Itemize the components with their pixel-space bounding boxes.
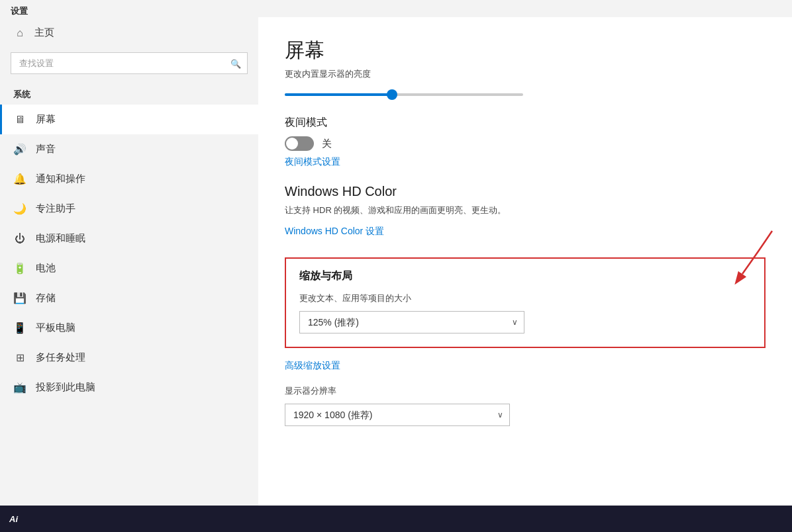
scale-section-outer: 缩放与布局 更改文本、应用等项目的大小 100% 125% (推荐) 150% … [285,257,766,348]
sidebar-section-label: 系统 [0,83,258,105]
night-mode-label: 夜间模式 [285,116,766,130]
brightness-track [285,93,523,96]
toggle-row: 关 [285,136,766,151]
taskbar-ai-button[interactable]: Ai [3,511,25,527]
content-area: 屏幕 更改内置显示器的亮度 夜间模式 关 夜间模式设置 Windows HD C… [258,17,792,506]
sidebar-home[interactable]: ⌂ 主页 [0,17,258,48]
taskbar: Ai [0,506,792,532]
sidebar-item-label-notification: 通知和操作 [36,173,85,185]
notification-icon: 🔔 [13,173,26,185]
sidebar-item-label-battery: 电池 [36,262,56,275]
sidebar-item-screen[interactable]: 🖥 屏幕 [0,105,258,134]
title-bar: 设置 [0,0,792,17]
sidebar-item-storage[interactable]: 💾 存储 [0,283,258,313]
resolution-section: 显示器分辨率 1920 × 1080 (推荐) 1280 × 720 1366 … [285,385,766,426]
resolution-dropdown[interactable]: 1920 × 1080 (推荐) 1280 × 720 1366 × 768 [285,404,510,426]
sidebar-item-projection[interactable]: 📺 投影到此电脑 [0,373,258,402]
page-title: 屏幕 [285,37,766,64]
brightness-section: 更改内置显示器的亮度 [285,68,766,103]
screen-icon: 🖥 [13,114,26,126]
night-mode-toggle[interactable] [285,136,314,151]
projection-icon: 📺 [13,381,26,394]
sidebar-item-tablet[interactable]: 📱 平板电脑 [0,313,258,343]
brightness-slider-wrap [285,87,523,103]
sidebar-item-label-sound: 声音 [36,143,56,155]
advanced-scale-link[interactable]: 高级缩放设置 [285,360,340,372]
sidebar-item-label-power: 电源和睡眠 [36,232,85,245]
brightness-fill [285,93,392,96]
scale-layout-section: 缩放与布局 更改文本、应用等项目的大小 100% 125% (推荐) 150% … [285,257,766,348]
sidebar-item-label-focus: 专注助手 [36,202,75,215]
battery-icon: 🔋 [13,262,26,275]
sidebar-item-multitask[interactable]: ⊞ 多任务处理 [0,343,258,373]
multitask-icon: ⊞ [13,351,26,364]
sidebar-item-notification[interactable]: 🔔 通知和操作 [0,164,258,194]
sidebar-item-label-projection: 投影到此电脑 [36,381,95,394]
sound-icon: 🔊 [13,143,26,155]
tablet-icon: 📱 [13,322,26,334]
sidebar-item-battery[interactable]: 🔋 电池 [0,253,258,283]
sidebar-item-label-multitask: 多任务处理 [36,351,85,364]
focus-icon: 🌙 [13,202,26,215]
main-layout: ⌂ 主页 🔍 系统 🖥 屏幕 🔊 声音 🔔 通知和操作 🌙 专注助手 ⏻ [0,17,792,506]
hd-color-title: Windows HD Color [285,184,766,199]
resolution-dropdown-wrap: 1920 × 1080 (推荐) 1280 × 720 1366 × 768 ∨ [285,404,510,426]
hd-color-link[interactable]: Windows HD Color 设置 [285,226,384,238]
sidebar-item-sound[interactable]: 🔊 声音 [0,134,258,164]
resolution-label: 显示器分辨率 [285,385,766,397]
sidebar-item-power[interactable]: ⏻ 电源和睡眠 [0,224,258,253]
sidebar-search-wrap: 🔍 [11,52,248,74]
window-title: 设置 [11,6,28,16]
sidebar-item-label-tablet: 平板电脑 [36,322,75,334]
brightness-label: 更改内置显示器的亮度 [285,68,766,80]
toggle-off-label: 关 [322,138,332,150]
power-icon: ⏻ [13,233,26,245]
hd-color-desc: 让支持 HDR 的视频、游戏和应用的画面更明亮、更生动。 [285,204,766,216]
search-icon: 🔍 [230,58,241,68]
sidebar-item-label-storage: 存储 [36,292,56,304]
scale-dropdown-wrap: 100% 125% (推荐) 150% 175% ∨ [299,311,524,333]
sidebar: ⌂ 主页 🔍 系统 🖥 屏幕 🔊 声音 🔔 通知和操作 🌙 专注助手 ⏻ [0,17,258,506]
night-mode-section: 夜间模式 关 夜间模式设置 [285,116,766,168]
storage-icon: 💾 [13,292,26,304]
scale-title: 缩放与布局 [299,269,751,283]
sidebar-item-focus[interactable]: 🌙 专注助手 [0,194,258,224]
night-mode-settings-link[interactable]: 夜间模式设置 [285,156,340,168]
sidebar-item-label-screen: 屏幕 [36,113,56,126]
home-label: 主页 [34,26,54,39]
home-icon: ⌂ [13,27,26,39]
search-input[interactable] [11,52,248,74]
brightness-thumb[interactable] [387,89,397,100]
hd-color-section: Windows HD Color 让支持 HDR 的视频、游戏和应用的画面更明亮… [285,184,766,238]
scale-dropdown[interactable]: 100% 125% (推荐) 150% 175% [299,311,524,333]
scale-sublabel: 更改文本、应用等项目的大小 [299,292,751,304]
